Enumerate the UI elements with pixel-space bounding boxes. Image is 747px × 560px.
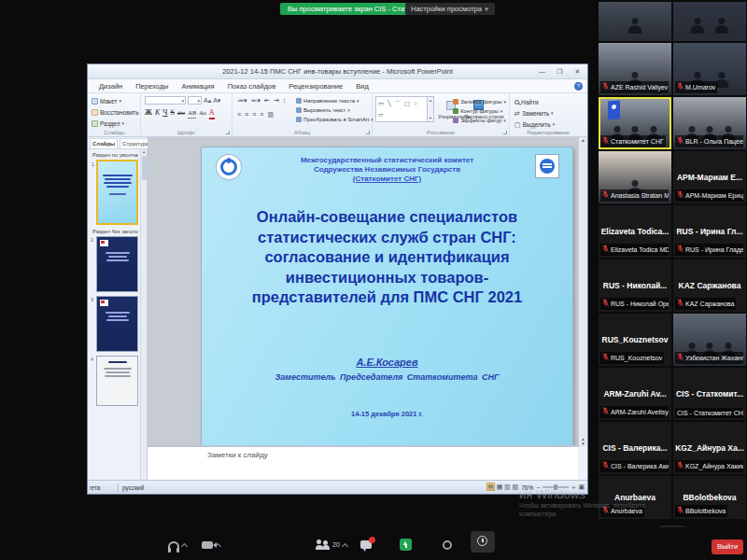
fit-window-icon[interactable]: ▣ (578, 483, 585, 491)
font-name-combo[interactable]: ▾ (145, 96, 186, 105)
ribbon-tab[interactable]: Рецензирование (282, 79, 349, 93)
ribbon-tab[interactable]: Переходы (129, 79, 175, 93)
font-format-button[interactable]: Ж (145, 108, 152, 118)
smartart-button[interactable]: Преобразовать в SmartArt▾ (296, 115, 374, 124)
ribbon-tab[interactable]: Анимация (175, 79, 220, 93)
font-format-button[interactable]: К (155, 108, 160, 118)
view-settings-button[interactable]: Настройки просмотра ▼ (405, 3, 495, 15)
font-format-button[interactable]: abc (177, 108, 185, 118)
numbering-icon[interactable]: ≕▾ (251, 96, 261, 105)
ribbon-tab[interactable]: Вид (349, 79, 375, 93)
font-format-button[interactable]: Аа (199, 108, 206, 118)
participant-tile[interactable] (673, 2, 746, 41)
participant-tile[interactable]: Узбекистан Жаханга... (673, 314, 746, 366)
shape-fill-button[interactable]: Заливка фигуры▾ (453, 97, 506, 106)
section-button[interactable]: Раздел▾ (92, 119, 140, 128)
shape-effects-button[interactable]: Эффекты фигур▾ (453, 116, 506, 125)
participant-tile[interactable]: RUS - Николай...RUS - Николай Орех... (599, 259, 671, 312)
zoom-out-icon[interactable]: − (536, 484, 540, 491)
audio-button[interactable] (168, 541, 187, 549)
participant-tile[interactable]: Elizaveta Todica...Elizaveta Todica MDA (599, 205, 671, 258)
font-size-combo[interactable]: ▾ (188, 96, 202, 105)
shrink-font-icon[interactable]: А▾ (213, 96, 220, 105)
slide-scrollbar[interactable]: ▲ ▲▼ (578, 137, 587, 447)
zoom-in-icon[interactable]: + (571, 484, 575, 491)
help-icon[interactable]: ? (574, 82, 583, 91)
slide-thumbnail[interactable]: 1 (96, 160, 138, 225)
justify-icon[interactable]: ≡ (260, 110, 263, 119)
slide-thumbnail[interactable]: 4 (96, 356, 138, 406)
find-button[interactable]: Найти (514, 97, 586, 106)
font-format-button[interactable]: А (209, 108, 215, 119)
participant-tile[interactable]: BBolotbekovaBBolotbekova (673, 476, 746, 519)
participant-tile[interactable]: M.Umarov (673, 43, 746, 95)
font-format-button[interactable]: S (170, 108, 174, 118)
align-text-button[interactable]: Выровнять текст▾ (296, 105, 374, 115)
text-direction-button[interactable]: Направление текста▾ (296, 96, 374, 105)
participant-tile[interactable] (599, 2, 671, 41)
participant-tile[interactable]: CIS - Валерика...CIS - Валерика Акин... (599, 422, 671, 474)
participant-tile[interactable]: AZE Rashid Valiyev (599, 43, 671, 95)
video-button[interactable] (202, 541, 220, 549)
reset-button[interactable]: Восстановить (92, 107, 140, 117)
grow-font-icon[interactable]: А▴ (204, 96, 211, 105)
font-dialog-launcher[interactable] (226, 131, 230, 134)
slide-thumbnail[interactable]: 2 (96, 236, 138, 292)
shapes-scroll[interactable]: ▲▼ (428, 96, 434, 122)
reading-view-icon[interactable]: ▥ (504, 483, 511, 490)
participant-tile[interactable]: Статкомитет СНГ (599, 97, 671, 149)
paragraph-dialog-launcher[interactable] (366, 131, 370, 134)
bullets-icon[interactable]: ≔▾ (237, 96, 247, 105)
align-left-icon[interactable]: ≡ (237, 110, 241, 119)
normal-view-icon[interactable]: ▤ (486, 483, 495, 491)
participant-tile[interactable]: RUS - Ирина Гл...RUS - Ирина Гладел... (673, 205, 746, 258)
ribbon-tab[interactable]: Показ слайдов (221, 79, 283, 93)
chat-button[interactable] (360, 540, 372, 549)
chevron-up-icon[interactable] (181, 543, 188, 550)
participants-button[interactable]: 20 (316, 539, 347, 550)
participant-tile[interactable]: KGZ_Айнура Ха...KGZ_Айнура Хакимова (673, 422, 746, 474)
participant-tile[interactable]: АРМ-Мариам Е...АРМ-Мариам Ерицян (673, 151, 746, 203)
notes-pane[interactable]: Заметки к слайду (148, 445, 578, 480)
view-mode-buttons[interactable]: ▤ ▦ ▥ ▧ (486, 483, 518, 491)
participant-tile[interactable]: CIS - Статкомит...CIS - Статкомитет СНГ (673, 368, 746, 420)
select-button[interactable]: ▢ Выделить▾ (514, 119, 586, 129)
record-button[interactable] (443, 540, 452, 550)
align-center-icon[interactable]: ≡ (245, 110, 248, 119)
font-format-button[interactable]: Ч (162, 108, 167, 118)
columns-icon[interactable]: ▥ (267, 110, 274, 119)
chevron-up-icon[interactable] (342, 542, 348, 549)
sorter-view-icon[interactable]: ▦ (497, 483, 503, 490)
replace-button[interactable]: ⇄ Заменить▾ (514, 108, 586, 118)
share-screen-button[interactable] (400, 539, 412, 551)
line-spacing-icon[interactable]: ↕ (283, 96, 287, 105)
shapes-gallery[interactable]: ▭ ╲ ⌒ ▢ ○ ▱△ ◇ ☆ ( ) ⬠ (375, 96, 428, 122)
tab-slides[interactable]: Слайды (90, 138, 118, 148)
participant-tile[interactable]: KAZ СаржановаKAZ Саржанова (673, 259, 746, 312)
align-right-icon[interactable]: ≡ (252, 110, 256, 119)
slide-thumbnail[interactable]: 3 (96, 296, 138, 352)
layout-button[interactable]: Макет▾ (92, 96, 140, 105)
close-button[interactable]: ✕ (571, 66, 585, 77)
panel-scrollbar[interactable]: ▲ (140, 149, 147, 480)
zoom-slider[interactable] (543, 486, 569, 488)
restore-button[interactable]: ❐ (553, 66, 567, 77)
ribbon-tab[interactable]: Дизайн (92, 79, 129, 93)
participant-tile[interactable]: Anastasia Stratan MDA (599, 151, 671, 203)
indent-decrease-icon[interactable]: ⇤ (264, 96, 270, 105)
drawing-dialog-launcher[interactable] (503, 131, 507, 134)
chevron-up-icon[interactable] (215, 543, 221, 550)
leave-meeting-button[interactable]: Выйти (712, 539, 743, 554)
slide-section-header[interactable]: Раздел без заголовка (92, 229, 138, 234)
minimize-button[interactable]: — (535, 66, 549, 77)
shape-outline-button[interactable]: Контур фигуры▾ (453, 106, 506, 116)
participant-tile[interactable]: ARM-Zaruhi Av...ARM-Zaruhi Avetisyan (599, 368, 671, 420)
participant-tile[interactable]: BLR - Ольга Пацеева (673, 97, 746, 149)
participant-tile[interactable]: RUS_KouznetsovRUS_Kouznetsov (599, 314, 671, 366)
language-indicator[interactable]: русский (122, 484, 144, 491)
slideshow-icon[interactable]: ▧ (513, 483, 519, 490)
slide[interactable]: Межгосударственный статистический комите… (202, 147, 572, 446)
indent-increase-icon[interactable]: ⇥ (274, 96, 279, 105)
participant-tile[interactable]: AnurbaevaAnurbaeva (599, 476, 671, 519)
slide-section-header[interactable]: Раздел по умолчанию (92, 152, 138, 158)
